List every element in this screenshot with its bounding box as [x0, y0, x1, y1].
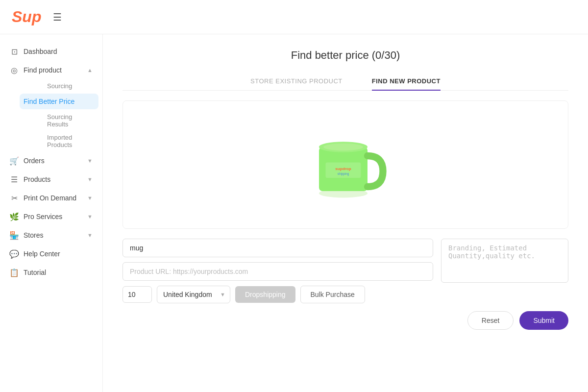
chevron-down-icon: ▼ — [87, 232, 93, 238]
sidebar-item-find-product[interactable]: ◎ Find product ▲ — [0, 61, 102, 79]
pro-services-icon: 🌿 — [10, 212, 19, 221]
tab-find-new[interactable]: FIND NEW PRODUCT — [372, 74, 441, 91]
dashboard-icon: ⊡ — [10, 47, 19, 56]
sidebar-label-dashboard: Dashboard — [24, 48, 93, 55]
svg-point-6 — [323, 144, 363, 150]
layout: ⊡ Dashboard ◎ Find product ▲ Sourcing Fi… — [0, 34, 588, 392]
country-select[interactable]: United Kingdom United States Australia C… — [157, 286, 230, 303]
help-center-icon: 💬 — [10, 249, 19, 258]
orders-icon: 🛒 — [10, 156, 19, 165]
tab-store-existing[interactable]: STORE EXISTING PRODUCT — [250, 74, 343, 91]
chevron-down-icon: ▼ — [87, 214, 93, 220]
tutorial-icon: 📋 — [10, 268, 19, 277]
mug-illustration: supdrop shipping — [301, 121, 390, 209]
sidebar-item-help-center[interactable]: 💬 Help Center — [0, 245, 102, 263]
svg-text:shipping: shipping — [338, 172, 349, 176]
sidebar-item-stores[interactable]: 🏪 Stores ▼ — [0, 226, 102, 245]
chevron-down-icon: ▼ — [87, 176, 93, 182]
page-title: Find better price (0/30) — [122, 49, 568, 62]
notes-textarea[interactable] — [441, 239, 568, 283]
sidebar-item-sourcing[interactable]: Sourcing — [24, 79, 102, 93]
actions-row: Reset Submit — [122, 311, 568, 330]
sidebar-label-stores: Stores — [24, 231, 82, 239]
sidebar-label-products: Products — [24, 175, 82, 183]
tabs-bar: STORE EXISTING PRODUCT FIND NEW PRODUCT — [122, 74, 568, 91]
form-section: United Kingdom United States Australia C… — [122, 239, 568, 303]
header: Sup ☰ — [0, 0, 588, 34]
sidebar-label-print-on-demand: Print On Demand — [24, 194, 82, 202]
product-url-input[interactable] — [122, 262, 433, 281]
stores-icon: 🏪 — [10, 231, 19, 240]
main-content: Find better price (0/30) STORE EXISTING … — [103, 34, 588, 392]
chevron-up-icon: ▲ — [87, 67, 93, 73]
bulk-purchase-button[interactable]: Bulk Purchase — [300, 286, 365, 303]
sidebar-item-find-better-price[interactable]: Find Better Price — [20, 94, 98, 109]
sidebar-item-sourcing-results[interactable]: Sourcing Results — [24, 110, 102, 131]
find-product-icon: ◎ — [10, 66, 19, 74]
products-icon: ☰ — [10, 175, 19, 184]
country-select-wrapper: United Kingdom United States Australia C… — [157, 286, 230, 303]
dropshipping-button[interactable]: Dropshipping — [235, 286, 295, 303]
product-illustration-area: supdrop shipping — [122, 100, 568, 229]
sidebar-sub-find-product: Sourcing Find Better Price Sourcing Resu… — [0, 79, 102, 151]
quantity-input[interactable] — [122, 286, 152, 303]
svg-text:supdrop: supdrop — [335, 167, 351, 171]
print-on-demand-icon: ✂ — [10, 194, 19, 202]
sidebar-label-tutorial: Tutorial — [24, 269, 93, 276]
sidebar-label-find-product: Find product — [24, 66, 82, 74]
sidebar-item-orders[interactable]: 🛒 Orders ▼ — [0, 151, 102, 170]
logo: Sup — [12, 8, 41, 26]
chevron-down-icon: ▼ — [87, 195, 93, 201]
controls-row: United Kingdom United States Australia C… — [122, 286, 433, 303]
reset-button[interactable]: Reset — [467, 311, 514, 330]
sidebar-item-print-on-demand[interactable]: ✂ Print On Demand ▼ — [0, 189, 102, 207]
product-name-input[interactable] — [122, 239, 433, 257]
sidebar: ⊡ Dashboard ◎ Find product ▲ Sourcing Fi… — [0, 34, 103, 392]
mug-container: supdrop shipping — [282, 101, 409, 228]
hamburger-icon[interactable]: ☰ — [53, 11, 62, 23]
form-left: United Kingdom United States Australia C… — [122, 239, 433, 303]
sidebar-item-dashboard[interactable]: ⊡ Dashboard — [0, 42, 102, 61]
sidebar-label-help-center: Help Center — [24, 250, 93, 258]
sidebar-label-pro-services: Pro Services — [24, 213, 82, 220]
sidebar-item-imported-products[interactable]: Imported Products — [24, 131, 102, 151]
sidebar-item-products[interactable]: ☰ Products ▼ — [0, 170, 102, 189]
sidebar-item-pro-services[interactable]: 🌿 Pro Services ▼ — [0, 207, 102, 226]
sidebar-item-tutorial[interactable]: 📋 Tutorial — [0, 263, 102, 282]
sidebar-label-orders: Orders — [24, 157, 82, 165]
form-right — [441, 239, 568, 303]
submit-button[interactable]: Submit — [519, 311, 568, 330]
chevron-down-icon: ▼ — [87, 158, 93, 164]
